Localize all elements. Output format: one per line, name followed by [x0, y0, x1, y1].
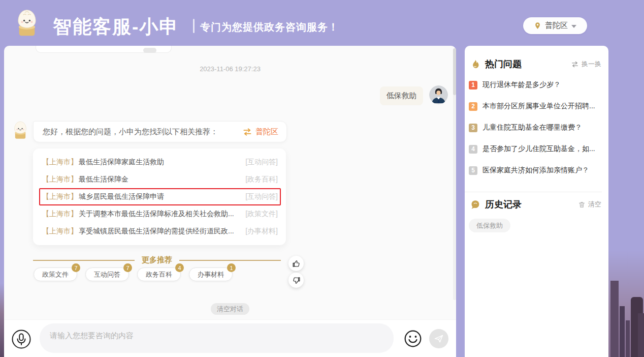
title-divider	[193, 19, 195, 33]
scrollbar-thumb[interactable]	[453, 48, 456, 95]
more-recommendations-divider: 更多推荐	[33, 255, 281, 265]
emoji-button[interactable]	[404, 330, 422, 348]
rank-badge: 2	[469, 102, 477, 111]
refresh-label: 换一换	[582, 60, 601, 69]
recommendation-tag: [互动问答]	[245, 192, 278, 201]
message-timestamp: 2023-11-06 19:27:23	[4, 65, 456, 73]
category-chip-qa[interactable]: 互动问答 7	[85, 267, 129, 281]
city-prefix: 【上海市】	[42, 210, 78, 219]
city-prefix: 【上海市】	[42, 158, 78, 167]
send-button[interactable]	[429, 329, 448, 348]
recommendation-row[interactable]: 【上海市】 关于调整本市最低生活保障标准及相关社会救助... [政策文件]	[33, 205, 286, 223]
recommendation-row[interactable]: 【上海市】 最低生活保障金 [政务百科]	[33, 171, 286, 188]
category-chip-policy[interactable]: 政策文件 7	[34, 267, 77, 281]
category-count-badge: 4	[175, 263, 184, 272]
hot-question-item[interactable]: 3 儿童住院互助基金在哪里缴费？	[469, 121, 603, 134]
region-switch-button[interactable]: 普陀区	[242, 127, 286, 137]
category-label: 办事材料	[198, 270, 224, 279]
hot-question-item[interactable]: 5 医保家庭共济如何添加亲情账户？	[469, 164, 603, 177]
history-list: 低保救助	[469, 219, 510, 232]
flame-icon	[470, 59, 480, 70]
history-header: 历史记录 清空	[465, 198, 608, 211]
sidebar-divider	[465, 192, 602, 192]
bot-intro-text: 您好，根据您的问题，小申为您找到以下相关推荐：	[34, 127, 242, 137]
hot-questions-header: 热门问题 换一换	[465, 58, 608, 70]
category-count-badge: 1	[227, 263, 236, 272]
user-avatar	[429, 85, 448, 104]
rank-badge: 4	[469, 145, 477, 154]
category-label: 互动问答	[94, 270, 120, 279]
rank-badge: 3	[469, 124, 477, 132]
divider-line	[179, 260, 281, 261]
recommendation-row[interactable]: 【上海市】 最低生活保障家庭生活救助 [互动问答]	[33, 154, 286, 171]
category-chip-encyclopedia[interactable]: 政务百科 4	[137, 267, 181, 281]
category-label: 政务百科	[146, 270, 172, 279]
thumbs-down-button[interactable]	[288, 273, 304, 288]
recommendation-title: 关于调整本市最低生活保障标准及相关社会救助...	[79, 210, 245, 219]
recommendation-row[interactable]: 【上海市】 享受城镇居民最低生活保障的需提供经街道民政... [办事材料]	[33, 223, 286, 240]
recommendation-tag: [政务百科]	[245, 175, 278, 184]
category-count-badge: 7	[123, 263, 132, 272]
clear-history-button[interactable]: 清空	[578, 200, 601, 209]
category-count-badge: 7	[72, 263, 80, 272]
recommendation-tag: [政策文件]	[245, 210, 278, 219]
hot-questions-title: 热门问题	[485, 58, 571, 70]
bot-message-bubble: 您好，根据您的问题，小申为您找到以下相关推荐： 普陀区	[33, 121, 287, 142]
refresh-questions-button[interactable]: 换一换	[571, 60, 601, 69]
location-label: 普陀区	[545, 21, 568, 31]
hot-question-text: 是否参加了少儿住院互助基金，如...	[482, 144, 595, 154]
hot-questions-list: 1 现行退休年龄是多少岁？ 2 本市部分区所属事业单位公开招聘... 3 儿童住…	[469, 78, 603, 177]
app: 智能客服-小申 专门为您提供政务咨询服务！ 普陀区 2023-11-06 19:…	[0, 0, 644, 357]
hot-question-text: 医保家庭共济如何添加亲情账户？	[482, 166, 589, 175]
location-selector[interactable]: 普陀区	[523, 17, 587, 34]
input-bar: 请输入您想要咨询的内容	[4, 319, 456, 357]
recommendation-tag: [办事材料]	[245, 227, 278, 236]
city-prefix: 【上海市】	[42, 192, 78, 201]
recommendation-tag: [互动问答]	[245, 158, 278, 167]
rank-badge: 5	[469, 166, 477, 175]
chat-scrollbar[interactable]	[453, 48, 456, 300]
previous-message-fragment	[143, 48, 156, 53]
hot-question-item[interactable]: 4 是否参加了少儿住院互助基金，如...	[469, 142, 603, 156]
app-subtitle: 专门为您提供政务咨询服务！	[200, 20, 339, 34]
sidebar: 热门问题 换一换 1 现行退休年龄是多少岁？ 2 本市部分区所属事业单位公开招聘…	[465, 46, 608, 357]
history-item[interactable]: 低保救助	[469, 219, 510, 232]
microphone-button[interactable]	[11, 329, 31, 349]
bubble-region-label: 普陀区	[255, 127, 278, 137]
swap-arrows-icon	[242, 128, 252, 136]
category-chip-materials[interactable]: 办事材料 1	[189, 267, 233, 281]
more-recommendations-label: 更多推荐	[142, 255, 172, 265]
hot-question-text: 本市部分区所属事业单位公开招聘...	[482, 102, 595, 111]
hot-question-item[interactable]: 2 本市部分区所属事业单位公开招聘...	[469, 100, 603, 113]
app-title: 智能客服-小申	[53, 14, 179, 40]
hot-question-text: 儿童住院互助基金在哪里缴费？	[482, 123, 582, 132]
thumbs-up-button[interactable]	[288, 256, 304, 271]
skyline-decoration-left	[0, 283, 4, 357]
mascot-logo-icon	[13, 7, 41, 39]
category-label: 政策文件	[42, 270, 69, 279]
recommendation-title: 城乡居民最低生活保障申请	[79, 192, 245, 201]
rank-badge: 1	[469, 81, 477, 90]
app-header: 智能客服-小申 专门为您提供政务咨询服务！ 普陀区	[0, 0, 644, 46]
recommendation-title: 享受城镇居民最低生活保障的需提供经街道民政...	[79, 227, 245, 236]
user-message-bubble: 低保救助	[380, 86, 423, 105]
location-pin-icon	[534, 22, 541, 29]
category-chips: 政策文件 7 互动问答 7 政务百科 4 办事材料 1	[34, 267, 233, 281]
message-input[interactable]: 请输入您想要咨询的内容	[40, 323, 394, 353]
history-title: 历史记录	[485, 198, 578, 211]
chat-panel: 2023-11-06 19:27:23 低保救助	[4, 46, 456, 357]
recommendation-card: 【上海市】 最低生活保障家庭生活救助 [互动问答] 【上海市】 最低生活保障金 …	[33, 148, 286, 245]
recommendation-title: 最低生活保障金	[79, 175, 245, 184]
clear-history-label: 清空	[588, 200, 601, 209]
bot-avatar	[11, 120, 29, 140]
chat-bubble-icon	[470, 199, 480, 210]
skyline-decoration	[608, 250, 644, 357]
recommendation-row-highlighted[interactable]: 【上海市】 城乡居民最低生活保障申请 [互动问答]	[39, 188, 281, 205]
city-prefix: 【上海市】	[42, 227, 78, 236]
city-prefix: 【上海市】	[42, 175, 78, 184]
divider-line	[33, 260, 135, 261]
hot-question-item[interactable]: 1 现行退休年龄是多少岁？	[469, 78, 603, 92]
recommendation-title: 最低生活保障家庭生活救助	[79, 158, 245, 167]
clear-chat-button[interactable]: 清空对话	[211, 303, 249, 315]
chevron-down-icon	[571, 25, 576, 28]
